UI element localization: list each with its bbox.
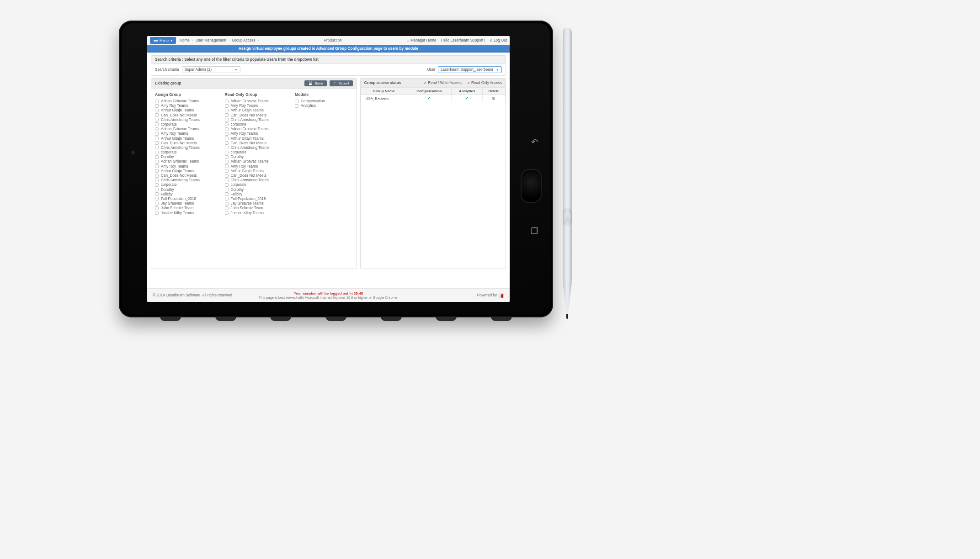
checkbox-icon[interactable] bbox=[155, 192, 159, 196]
readonly-group-item[interactable]: Amy Roy Teams bbox=[225, 132, 290, 136]
checkbox-icon[interactable] bbox=[155, 100, 159, 103]
assign-group-item[interactable]: Adrian Grbavac Teams bbox=[155, 99, 220, 103]
checkbox-icon[interactable] bbox=[155, 174, 159, 178]
checkbox-icon[interactable] bbox=[225, 192, 229, 196]
checkbox-icon[interactable] bbox=[155, 202, 159, 206]
checkbox-icon[interactable] bbox=[155, 164, 159, 168]
checkbox-icon[interactable] bbox=[225, 211, 229, 215]
save-button[interactable]: 💾 Save bbox=[304, 80, 326, 86]
checkbox-icon[interactable] bbox=[155, 211, 159, 215]
checkbox-icon[interactable] bbox=[155, 104, 159, 108]
checkbox-icon[interactable] bbox=[225, 188, 229, 191]
checkbox-icon[interactable] bbox=[155, 160, 159, 163]
readonly-group-item[interactable]: corporate bbox=[225, 183, 290, 187]
checkbox-icon[interactable] bbox=[225, 137, 229, 140]
readonly-group-item[interactable]: Amy Roy Teams bbox=[225, 104, 290, 108]
checkbox-icon[interactable] bbox=[225, 164, 229, 168]
checkbox-icon[interactable] bbox=[155, 127, 159, 131]
readonly-group-column[interactable]: Read-Only Group Adrian Grbavac TeamsAmy … bbox=[221, 89, 291, 268]
assign-group-item[interactable]: Amy Roy Teams bbox=[155, 104, 220, 108]
readonly-group-item[interactable]: Chris Armstrong Teams bbox=[225, 118, 290, 122]
checkbox-icon[interactable] bbox=[225, 206, 229, 210]
module-item[interactable]: Compensation bbox=[295, 99, 353, 103]
checkbox-icon[interactable] bbox=[225, 141, 229, 145]
checkbox-icon[interactable] bbox=[225, 151, 229, 154]
breadcrumb-home[interactable]: Home bbox=[180, 38, 190, 42]
assign-group-item[interactable]: Dorothy bbox=[155, 155, 220, 159]
assign-group-item[interactable]: Full Population_2018 bbox=[155, 197, 220, 201]
assign-group-item[interactable]: corporate bbox=[155, 150, 220, 154]
readonly-group-item[interactable]: Adrian Grbavac Teams bbox=[225, 99, 290, 103]
assign-group-item[interactable]: corporate bbox=[155, 183, 220, 187]
checkbox-icon[interactable] bbox=[225, 104, 229, 108]
assign-group-item[interactable]: Can_Does Not Meets bbox=[155, 113, 220, 117]
readonly-group-item[interactable]: Arthur Gitajn Teams bbox=[225, 169, 290, 173]
menu-button[interactable]: Menu ▾ bbox=[150, 37, 176, 44]
checkbox-icon[interactable] bbox=[225, 179, 229, 182]
checkbox-icon[interactable] bbox=[225, 169, 229, 173]
readonly-group-item[interactable]: Amy Roy Teams bbox=[225, 164, 290, 169]
assign-group-item[interactable]: Arthur Gitajn Teams bbox=[155, 169, 220, 173]
checkbox-icon[interactable] bbox=[155, 169, 159, 173]
checkbox-icon[interactable] bbox=[225, 118, 229, 121]
checkbox-icon[interactable] bbox=[155, 113, 159, 117]
breadcrumb-user-management[interactable]: User Management bbox=[196, 38, 226, 42]
readonly-group-item[interactable]: Adrian Grbavac Teams bbox=[225, 159, 290, 163]
user-select[interactable]: Laserbeam Support_laserbeam ▼ bbox=[438, 66, 502, 73]
readonly-group-item[interactable]: Chris Armstrong Teams bbox=[225, 178, 290, 182]
checkbox-icon[interactable] bbox=[225, 202, 229, 206]
readonly-group-item[interactable]: Can_Does Not Meets bbox=[225, 113, 290, 117]
assign-group-item[interactable]: Jay Greaves Teams bbox=[155, 201, 220, 206]
readonly-group-item[interactable]: Arthur Gitajn Teams bbox=[225, 108, 290, 112]
checkbox-icon[interactable] bbox=[225, 122, 229, 126]
breadcrumb-group-access[interactable]: Group Access bbox=[232, 38, 256, 42]
assign-group-item[interactable]: Arthur Gitajn Teams bbox=[155, 108, 220, 112]
assign-group-item[interactable]: Arthur Gitajn Teams bbox=[155, 137, 220, 141]
readonly-group-item[interactable]: John Schmitz Team bbox=[225, 206, 290, 210]
checkbox-icon[interactable] bbox=[225, 160, 229, 163]
assign-group-item[interactable]: Can_Does Not Meets bbox=[155, 174, 220, 178]
checkbox-icon[interactable] bbox=[155, 155, 159, 159]
readonly-group-item[interactable]: Chris Armstrong Teams bbox=[225, 146, 290, 150]
checkbox-icon[interactable] bbox=[155, 197, 159, 200]
assign-group-item[interactable]: Can_Does Not Meets bbox=[155, 141, 220, 145]
readonly-group-item[interactable]: Can_Does Not Meets bbox=[225, 141, 290, 145]
checkbox-icon[interactable] bbox=[295, 100, 298, 103]
logout-link[interactable]: ⎋ Log Out bbox=[490, 38, 507, 42]
assign-group-item[interactable]: Dorothy bbox=[155, 188, 220, 192]
checkbox-icon[interactable] bbox=[155, 118, 159, 121]
readonly-group-item[interactable]: Dorothy bbox=[225, 188, 290, 192]
assign-group-item[interactable]: Amy Roy Teams bbox=[155, 164, 220, 169]
readonly-group-item[interactable]: Felicity bbox=[225, 192, 290, 196]
readonly-group-item[interactable]: corporate bbox=[225, 122, 290, 127]
module-item[interactable]: Analytics bbox=[295, 104, 353, 108]
assign-group-item[interactable]: Chris Armstrong Teams bbox=[155, 178, 220, 182]
checkbox-icon[interactable] bbox=[155, 122, 159, 126]
checkbox-icon[interactable] bbox=[155, 132, 159, 136]
assign-group-column[interactable]: Assign Group Adrian Grbavac TeamsAmy Roy… bbox=[151, 89, 221, 268]
checkbox-icon[interactable] bbox=[155, 109, 159, 112]
checkbox-icon[interactable] bbox=[225, 197, 229, 200]
checkbox-icon[interactable] bbox=[155, 137, 159, 140]
checkbox-icon[interactable] bbox=[155, 188, 159, 191]
checkbox-icon[interactable] bbox=[225, 127, 229, 131]
checkbox-icon[interactable] bbox=[225, 113, 229, 117]
manager-home-link[interactable]: ⌂ Manager Home bbox=[407, 38, 436, 42]
checkbox-icon[interactable] bbox=[225, 155, 229, 159]
checkbox-icon[interactable] bbox=[225, 132, 229, 136]
readonly-group-item[interactable]: Adrian Grbavac Teams bbox=[225, 127, 290, 131]
assign-group-item[interactable]: Justine Kilby Teams bbox=[155, 211, 220, 215]
checkbox-icon[interactable] bbox=[155, 141, 159, 145]
readonly-group-item[interactable]: Justine Kilby Teams bbox=[225, 211, 290, 215]
checkbox-icon[interactable] bbox=[155, 179, 159, 182]
checkbox-icon[interactable] bbox=[155, 146, 159, 149]
assign-group-item[interactable]: Adrian Grbavac Teams bbox=[155, 127, 220, 131]
readonly-group-item[interactable]: Full Population_2018 bbox=[225, 197, 290, 201]
assign-group-item[interactable]: Adrian Grbavac Teams bbox=[155, 159, 220, 163]
delete-icon[interactable]: 🗑 bbox=[492, 96, 495, 100]
assign-group-item[interactable]: John Schmitz Team bbox=[155, 206, 220, 210]
checkbox-icon[interactable] bbox=[225, 100, 229, 103]
checkbox-icon[interactable] bbox=[225, 174, 229, 178]
readonly-group-item[interactable]: Can_Does Not Meets bbox=[225, 174, 290, 178]
checkbox-icon[interactable] bbox=[155, 206, 159, 210]
